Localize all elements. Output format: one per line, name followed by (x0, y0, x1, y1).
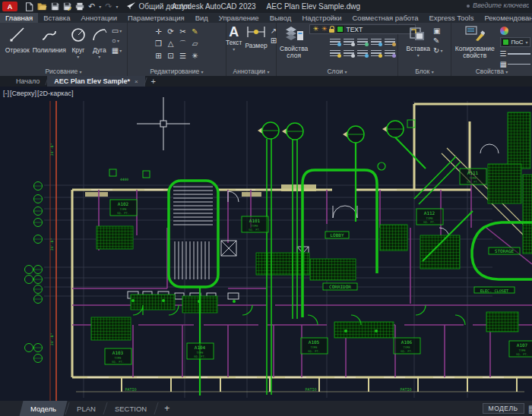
insert-dropdown[interactable]: ▾ (417, 52, 420, 58)
layer-thaw-icon: ☀ (321, 26, 327, 33)
tab-insert[interactable]: Вставка (38, 13, 75, 23)
arc-dropdown[interactable]: ▾ (98, 54, 100, 59)
layer-properties-button[interactable]: Свойства слоя (278, 24, 309, 59)
create-block-button[interactable]: ▣ (433, 27, 442, 35)
hatch-button[interactable]: ▦▾ (112, 46, 122, 55)
trim-button[interactable]: ✂ (177, 26, 188, 37)
layout-tab-model[interactable]: Модель (20, 401, 68, 416)
panel-label-modify[interactable]: Редактирование ▾ (128, 68, 226, 75)
panel-label-block[interactable]: Блок ▾ (398, 68, 451, 75)
text-dropdown[interactable]: ▾ (233, 46, 235, 52)
close-tab-icon[interactable]: × (135, 78, 138, 85)
dimension-button[interactable]: Размер (243, 24, 268, 49)
layer-tool-3[interactable] (357, 37, 368, 46)
panel-label-layers[interactable]: Слои ▾ (277, 68, 397, 75)
table-button[interactable]: ⊞ (271, 36, 277, 45)
svg-text:A103: A103 (112, 350, 124, 355)
grid-display-toggle[interactable]: ▦ (528, 403, 532, 414)
scale-button[interactable]: ⊡ (165, 50, 176, 61)
layer-tool-6[interactable] (330, 49, 340, 57)
rectangle-button[interactable]: ▭▾ (112, 27, 122, 35)
app-menu-button[interactable]: A (2, 2, 17, 11)
share-button[interactable]: Общий доступ (127, 2, 189, 11)
layer-tool-8[interactable] (357, 49, 368, 57)
panel-annotation: A Текст ▾ Размер ↗ ⊞ Аннотации ▾ (226, 23, 277, 76)
polyline-button[interactable]: Полилиния (31, 24, 68, 54)
layer-tool-1[interactable] (330, 37, 340, 46)
layer-tool-10[interactable] (385, 49, 395, 57)
elevation-callout-2 (282, 123, 303, 140)
file-tab-start[interactable]: Начало (9, 76, 46, 87)
svg-text:24'-8": 24'-8" (50, 238, 54, 251)
tab-addins[interactable]: Надстройки (296, 13, 347, 23)
room-label-lobby: LOBBY (325, 232, 349, 238)
svg-text:SQ. FT.: SQ. FT. (194, 355, 206, 358)
tab-view[interactable]: Вид (190, 13, 214, 23)
drawing-area[interactable]: [-] [Сверху] [2D-каркас] 24'-8" 24 (0, 87, 532, 401)
leader-button[interactable]: ↗ (271, 27, 277, 35)
layer-tool-2[interactable] (344, 37, 354, 46)
line-button[interactable]: Отрезок (4, 24, 31, 54)
layer-tool-7[interactable] (344, 49, 354, 57)
stretch-button[interactable]: ☰ (177, 50, 188, 61)
lineweight-select[interactable]: ☰ (500, 49, 530, 58)
block-attrib-button[interactable]: ↻▾ (433, 46, 442, 55)
tab-express-tools[interactable]: Express Tools (423, 13, 479, 23)
elevation-callout-4 (382, 121, 404, 137)
erase-button[interactable]: ✎ (189, 26, 201, 37)
tab-manage[interactable]: Управление (214, 13, 264, 23)
new-layout-button[interactable]: + (157, 401, 177, 416)
move-button[interactable]: ✛ (153, 26, 164, 37)
arc-button[interactable]: Дуга ▾ (89, 24, 110, 59)
viewport-menu-control[interactable]: [-] (3, 90, 9, 97)
layout-tab-plan[interactable]: PLAN (68, 401, 105, 416)
circle-button[interactable]: Круг ▾ (68, 24, 89, 59)
panel-label-annotation[interactable]: Аннотации ▾ (226, 68, 276, 75)
undo-button[interactable]: ↶ (88, 2, 95, 11)
layer-tool-5[interactable] (385, 37, 395, 46)
tab-collaborate[interactable]: Совместная работа (347, 13, 424, 23)
redo-dropdown[interactable]: ▾ (116, 4, 118, 9)
open-file-button[interactable] (37, 2, 47, 11)
mirror-button[interactable]: △ (165, 38, 176, 49)
layer-tool-9[interactable] (371, 49, 382, 57)
color-bylayer-select[interactable]: ПоС▾ (500, 37, 530, 47)
offset-button[interactable]: ▱ (189, 38, 201, 49)
undo-dropdown[interactable]: ▾ (99, 4, 101, 9)
match-properties-button[interactable]: Копирование свойств (451, 24, 499, 59)
fillet-button[interactable]: ⌒ (177, 38, 188, 49)
copy-button[interactable]: ❐ (153, 38, 164, 49)
panel-label-draw[interactable]: Рисование ▾ (0, 68, 127, 75)
file-tab-document[interactable]: AEC Plan Elev Sample* × (47, 76, 144, 87)
new-drawing-tab-button[interactable]: + (146, 76, 161, 87)
save-button[interactable] (51, 2, 59, 11)
search-input[interactable]: Введите ключевое слово (467, 2, 529, 11)
save-as-button[interactable] (63, 2, 71, 11)
new-file-button[interactable] (25, 2, 33, 11)
tab-annotate[interactable]: Аннотации (75, 13, 122, 23)
tab-home[interactable]: Главная (0, 13, 38, 23)
layout-tab-section[interactable]: SECTION (106, 401, 156, 416)
quick-access-toolbar: ↶ ▾ ↷ ▾ (25, 2, 118, 11)
array-button[interactable]: ⊞ (153, 50, 164, 61)
circle-dropdown[interactable]: ▾ (77, 54, 79, 59)
visual-style-control[interactable]: [2D-каркас] (37, 90, 73, 97)
tab-output[interactable]: Вывод (264, 13, 297, 23)
layer-tool-4[interactable] (371, 37, 382, 46)
text-button[interactable]: A Текст ▾ (224, 24, 243, 52)
panel-label-properties[interactable]: Свойства ▾ (451, 68, 532, 75)
ellipse-button[interactable]: ○▾ (112, 36, 122, 45)
edit-block-button[interactable]: ✎ (433, 36, 442, 45)
insert-block-button[interactable]: Вставка ▾ (405, 24, 432, 58)
file-tab-bar: Начало AEC Plan Elev Sample* × + (0, 76, 532, 87)
explode-button[interactable]: ✳ (189, 50, 201, 61)
object-color-button[interactable] (500, 27, 530, 35)
redo-button[interactable]: ↷ (105, 2, 112, 11)
rotate-button[interactable]: ⟳ (165, 26, 176, 37)
view-control[interactable]: [Сверху] (10, 90, 36, 97)
plot-button[interactable] (75, 2, 84, 11)
model-space-toggle[interactable]: МОДЕЛЬ (483, 403, 524, 414)
tab-parametric[interactable]: Параметризация (122, 13, 190, 23)
tab-featured-apps[interactable]: Рекомендованные приложения (479, 13, 532, 23)
svg-text:A104: A104 (195, 345, 206, 350)
